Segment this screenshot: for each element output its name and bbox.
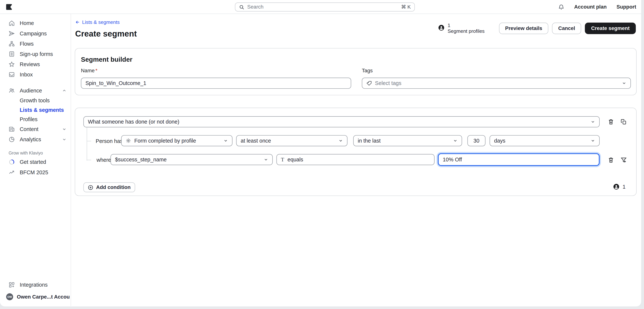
sidebar-item-get-started[interactable]: Get started (0, 157, 70, 167)
page-title: Create segment (75, 29, 137, 38)
sidebar-item-home[interactable]: Home (0, 18, 70, 28)
operator-select[interactable]: T equals (276, 154, 434, 165)
property-select[interactable]: $success_step_name (110, 154, 273, 165)
chevron-down-icon (590, 120, 595, 124)
search-input[interactable] (247, 4, 398, 10)
tag-icon (366, 80, 372, 86)
inbox-icon (8, 72, 15, 78)
trending-up-icon (8, 169, 15, 175)
sidebar-item-audience[interactable]: Audience (0, 85, 70, 96)
sidebar-label: Inbox (20, 72, 33, 78)
notifications-bell-icon[interactable] (558, 4, 564, 10)
metric-value: Form completed by profile (134, 138, 196, 144)
tags-select[interactable]: Select tags (362, 78, 631, 89)
person-circle-icon (438, 24, 444, 31)
grow-with-klaviyo-label: Grow with Klaviyo (0, 144, 70, 157)
sidebar-item-bfcm-2025[interactable]: BFCM 2025 (0, 167, 70, 178)
timeframe-unit-value: days (494, 138, 506, 144)
sidebar-bottom: Integrations OW Owen Carpe...t Accou (0, 280, 70, 306)
delete-filter-icon[interactable] (608, 157, 614, 163)
campaigns-send-icon (8, 30, 15, 36)
operator-value: equals (288, 156, 303, 163)
timeframe-unit-select[interactable]: days (490, 135, 600, 146)
breadcrumb-label: Lists & segments (82, 20, 120, 25)
metric-select[interactable]: Form completed by profile (121, 135, 232, 146)
sidebar-item-growth-tools[interactable]: Growth tools (0, 96, 70, 105)
sidebar-label: Home (20, 20, 34, 26)
preview-details-button[interactable]: Preview details (499, 22, 548, 34)
sidebar-label: Analytics (20, 136, 41, 142)
name-label: Name* (81, 68, 98, 74)
add-filter-icon[interactable] (620, 157, 627, 163)
chevron-down-icon (453, 138, 458, 143)
sidebar-item-analytics[interactable]: Analytics (0, 134, 70, 144)
required-asterisk: * (96, 68, 98, 74)
tags-label: Tags (362, 68, 373, 74)
header-actions: 1 Segment profiles Preview details Cance… (438, 22, 636, 34)
sidebar-item-campaigns[interactable]: Campaigns (0, 28, 70, 38)
account-name: Owen Carpe...t Accou (17, 294, 70, 300)
sidebar-item-profiles[interactable]: Profiles (0, 114, 70, 124)
sidebar-label: BFCM 2025 (20, 169, 48, 175)
avatar: OW (6, 293, 13, 300)
delete-condition-icon[interactable] (608, 119, 614, 125)
sidebar-item-inbox[interactable]: Inbox (0, 69, 70, 80)
add-condition-button[interactable]: Add condition (83, 182, 135, 192)
cancel-button[interactable]: Cancel (552, 22, 581, 34)
account-menu[interactable]: OW Owen Carpe...t Accou (0, 290, 70, 304)
timeframe-value: in the last (358, 138, 381, 144)
sidebar-item-lists-segments[interactable]: Lists & segments (0, 105, 70, 114)
segment-profiles-chip: 1 Segment profiles (438, 23, 484, 34)
sidebar-item-content[interactable]: Content (0, 124, 70, 134)
sidebar-label: Content (20, 126, 38, 132)
segment-profiles-label: Segment profiles (448, 28, 484, 34)
chevron-down-icon (62, 127, 66, 132)
sidebar-label: Get started (20, 159, 46, 165)
sidebar-label: Sign-up forms (20, 51, 53, 57)
timeframe-select[interactable]: in the last (353, 135, 462, 146)
top-bar: ⌘ K Account plan Support (0, 0, 641, 14)
audience-people-icon (8, 88, 15, 94)
gear-icon (126, 138, 131, 144)
content-icon (8, 126, 15, 132)
search-icon (239, 4, 244, 10)
sidebar-label: Integrations (20, 282, 48, 288)
person-has-label: Person has (96, 138, 123, 144)
breadcrumb[interactable]: Lists & segments (75, 20, 120, 25)
sidebar-item-signup-forms[interactable]: Sign-up forms (0, 49, 70, 59)
duplicate-condition-icon[interactable] (620, 119, 627, 125)
create-segment-button[interactable]: Create segment (585, 22, 636, 34)
frequency-select[interactable]: at least once (236, 135, 347, 146)
sidebar-item-flows[interactable]: Flows (0, 38, 70, 49)
chevron-down-icon (622, 81, 626, 85)
segment-builder-heading: Segment builder (81, 56, 132, 63)
where-label: where (96, 157, 111, 163)
klaviyo-logo-icon[interactable] (6, 4, 12, 10)
global-search[interactable]: ⌘ K (235, 2, 415, 11)
chevron-down-icon (264, 157, 268, 162)
chevron-down-icon (62, 137, 66, 142)
flows-icon (8, 41, 15, 47)
condition-type-select[interactable]: What someone has done (or not done) (83, 116, 600, 128)
sidebar-item-integrations[interactable]: Integrations (0, 280, 70, 290)
sidebar-label: Audience (20, 88, 42, 94)
condition-connector (87, 127, 87, 161)
condition-value-input[interactable] (438, 153, 600, 166)
condition-card: What someone has done (or not done) Pers… (75, 108, 636, 196)
sidebar-item-reviews[interactable]: Reviews (0, 59, 70, 69)
person-circle-icon (613, 184, 619, 190)
integrations-icon (8, 282, 15, 288)
signup-forms-icon (8, 51, 15, 57)
support-link[interactable]: Support (616, 4, 636, 10)
condition-profile-count: 1 (613, 184, 626, 190)
condition-connector (87, 160, 91, 160)
segment-name-input[interactable] (81, 78, 351, 89)
progress-ring-icon (8, 159, 15, 165)
chevron-down-icon (224, 138, 228, 143)
condition-count-value: 1 (622, 184, 626, 190)
segment-builder-card: Segment builder Name* Tags Select tags (75, 48, 636, 95)
search-shortcut: ⌘ K (401, 4, 411, 10)
plus-circle-icon (88, 185, 93, 190)
account-plan-link[interactable]: Account plan (574, 4, 607, 10)
timeframe-number-input[interactable] (467, 135, 486, 146)
